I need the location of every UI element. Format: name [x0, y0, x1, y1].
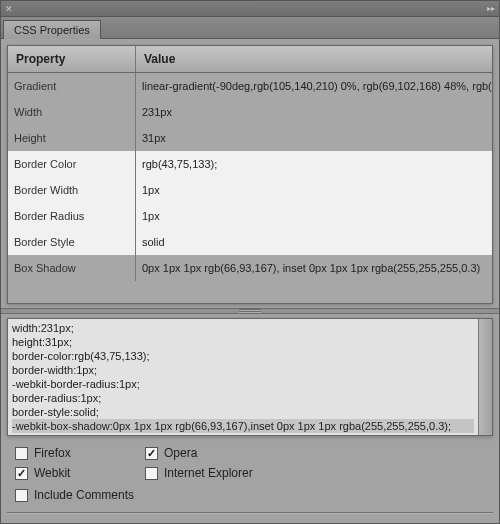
property-value: rgb(43,75,133); — [136, 151, 492, 177]
property-value: 1px — [136, 203, 492, 229]
include-comments-row: Include Comments — [7, 488, 493, 502]
table-row[interactable]: Height31px — [8, 125, 492, 151]
checkbox-label: Webkit — [34, 466, 70, 480]
col-header-property[interactable]: Property — [8, 46, 136, 72]
checkbox-label: Include Comments — [34, 488, 134, 502]
table-row[interactable]: Border Stylesolid — [8, 229, 492, 255]
checkbox-icon — [15, 489, 28, 502]
property-value: 1px — [136, 177, 492, 203]
checkbox-icon — [15, 447, 28, 460]
property-value: 231px — [136, 99, 492, 125]
table-header-row: Property Value — [8, 46, 492, 73]
property-name: Box Shadow — [8, 255, 136, 281]
properties-table: Property Value Gradientlinear-gradient(-… — [7, 45, 493, 304]
property-name: Border Color — [8, 151, 136, 177]
css-output-box: width:231px;height:31px;border-color:rgb… — [7, 318, 493, 436]
col-header-value[interactable]: Value — [136, 46, 492, 72]
table-row[interactable]: Border Radius1px — [8, 203, 492, 229]
css-line: -webkit-box-shadow:0px 1px 1px rgb(66,93… — [12, 419, 474, 433]
table-row[interactable]: Width231px — [8, 99, 492, 125]
checkbox-label: Internet Explorer — [164, 466, 253, 480]
resize-handle[interactable] — [1, 308, 499, 314]
property-name: Border Style — [8, 229, 136, 255]
tab-bar: CSS Properties — [1, 17, 499, 39]
css-line: width:231px; — [12, 321, 474, 335]
checkbox-opera[interactable]: Opera — [145, 446, 345, 460]
checkbox-icon — [15, 467, 28, 480]
panel-header: ✕ ▸▸ — [1, 1, 499, 17]
css-line: -webkit-border-radius:1px; — [12, 377, 474, 391]
css-output-text[interactable]: width:231px;height:31px;border-color:rgb… — [8, 319, 478, 435]
expand-icon[interactable]: ▸▸ — [487, 4, 495, 13]
property-value: 0px 1px 1px rgb(66,93,167), inset 0px 1p… — [136, 255, 492, 281]
table-row[interactable]: Box Shadow0px 1px 1px rgb(66,93,167), in… — [8, 255, 492, 281]
checkbox-label: Firefox — [34, 446, 71, 460]
property-value: linear-gradient(-90deg,rgb(105,140,210) … — [136, 73, 492, 99]
property-value: solid — [136, 229, 492, 255]
css-line: height:31px; — [12, 335, 474, 349]
panel-content: Property Value Gradientlinear-gradient(-… — [1, 39, 499, 523]
table-row[interactable]: Border Colorrgb(43,75,133); — [8, 151, 492, 177]
property-name: Border Width — [8, 177, 136, 203]
checkbox-ie[interactable]: Internet Explorer — [145, 466, 345, 480]
css-line: border-width:1px; — [12, 363, 474, 377]
scrollbar[interactable] — [478, 319, 492, 435]
property-value: 31px — [136, 125, 492, 151]
property-name: Height — [8, 125, 136, 151]
checkbox-webkit[interactable]: Webkit — [15, 466, 145, 480]
tab-css-properties[interactable]: CSS Properties — [3, 20, 101, 39]
checkbox-icon — [145, 467, 158, 480]
css-line: border-color:rgb(43,75,133); — [12, 349, 474, 363]
table-row[interactable]: Gradientlinear-gradient(-90deg,rgb(105,1… — [8, 73, 492, 99]
checkbox-firefox[interactable]: Firefox — [15, 446, 145, 460]
browser-options: Firefox Opera Webkit Internet Explorer — [7, 446, 493, 480]
property-name: Gradient — [8, 73, 136, 99]
property-name: Width — [8, 99, 136, 125]
checkbox-include-comments[interactable]: Include Comments — [15, 488, 485, 502]
table-row[interactable]: Border Width1px — [8, 177, 492, 203]
divider — [7, 512, 493, 514]
css-properties-panel: ✕ ▸▸ CSS Properties Property Value Gradi… — [0, 0, 500, 524]
close-icon[interactable]: ✕ — [5, 4, 13, 14]
checkbox-icon — [145, 447, 158, 460]
css-line: border-radius:1px; — [12, 391, 474, 405]
css-line: border-style:solid; — [12, 405, 474, 419]
checkbox-label: Opera — [164, 446, 197, 460]
property-name: Border Radius — [8, 203, 136, 229]
